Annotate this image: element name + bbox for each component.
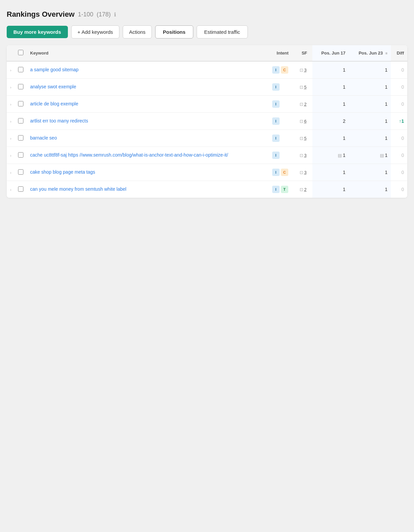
- keyword-link[interactable]: article de blog exemple: [30, 101, 78, 106]
- pos-jun17-cell: 1: [312, 61, 349, 79]
- featured-pos: ▤1: [338, 153, 345, 158]
- row-checkbox[interactable]: [18, 84, 23, 89]
- diff-cell: ↑1: [391, 113, 407, 130]
- row-checkbox[interactable]: [18, 135, 23, 141]
- sf-cell: ⊡3: [296, 61, 312, 79]
- pos-jun23-cell: 1: [349, 113, 391, 130]
- expand-chevron[interactable]: ›: [10, 102, 11, 106]
- header-range: 1-100: [78, 11, 93, 18]
- intent-cell: I: [269, 113, 297, 130]
- intent-col-header: Intent: [269, 45, 297, 61]
- buy-keywords-button[interactable]: Buy more keywords: [7, 26, 68, 38]
- row-checkbox[interactable]: [18, 101, 23, 106]
- sf-cell: ⊡5: [296, 79, 312, 96]
- intent-badge-i: I: [272, 135, 280, 142]
- pos-jun17-cell: 1: [312, 96, 349, 113]
- intent-badge-i: I: [272, 117, 280, 125]
- pos-jun17-cell: 1: [312, 181, 349, 198]
- sf-count[interactable]: 3: [304, 68, 306, 73]
- diff-cell: 0: [391, 61, 407, 79]
- keyword-link[interactable]: cache uc8ttf8f-saj https //www.semrush.c…: [30, 152, 228, 158]
- sf-cell: ⊡2: [296, 181, 312, 198]
- sort-icon: ≡: [385, 51, 387, 55]
- table-row: ›artlist err too many redirectsI⊡621↑1: [7, 113, 407, 130]
- expand-chevron[interactable]: ›: [10, 171, 11, 175]
- diff-neutral: 0: [401, 170, 404, 175]
- intent-badge-i: I: [272, 186, 280, 193]
- sf-count[interactable]: 2: [304, 102, 306, 107]
- diff-cell: 0: [391, 164, 407, 181]
- diff-neutral: 0: [401, 101, 404, 107]
- actions-button[interactable]: Actions: [123, 25, 152, 38]
- select-all-checkbox[interactable]: [18, 50, 23, 55]
- keyword-cell: article de blog exemple: [27, 96, 269, 113]
- sf-icon: ⊡: [300, 187, 303, 192]
- intent-badge-i: I: [272, 66, 280, 74]
- sf-count[interactable]: 2: [304, 187, 306, 192]
- intent-cell: I: [269, 147, 297, 164]
- row-checkbox[interactable]: [18, 118, 23, 123]
- keyword-link[interactable]: barnacle seo: [30, 135, 57, 141]
- sf-count[interactable]: 3: [304, 153, 306, 158]
- sf-count[interactable]: 3: [304, 170, 306, 175]
- sf-count[interactable]: 5: [304, 85, 306, 90]
- expand-chevron[interactable]: ›: [10, 154, 11, 158]
- pos-jun17-col-header: Pos. Jun 17: [312, 45, 349, 61]
- keyword-cell: barnacle seo: [27, 130, 269, 147]
- expand-chevron[interactable]: ›: [10, 68, 11, 72]
- sf-cell: ⊡2: [296, 96, 312, 113]
- pos-jun23-col-header[interactable]: Pos. Jun 23 ≡: [349, 45, 391, 61]
- expand-chevron[interactable]: ›: [10, 119, 11, 123]
- expand-chevron[interactable]: ›: [10, 188, 11, 192]
- keyword-cell: a sample good sitemap: [27, 61, 269, 79]
- pos-jun17-cell: 2: [312, 113, 349, 130]
- pos-jun23-cell: ▤1: [349, 147, 391, 164]
- positions-tab[interactable]: Positions: [155, 25, 193, 38]
- row-checkbox[interactable]: [18, 169, 23, 175]
- sf-cell: ⊡5: [296, 130, 312, 147]
- intent-cell: IC: [269, 61, 297, 79]
- featured-icon: ▤: [338, 153, 342, 158]
- featured-icon: ▤: [380, 153, 384, 158]
- keyword-link[interactable]: a sample good sitemap: [30, 67, 79, 72]
- pos-jun23-cell: 1: [349, 130, 391, 147]
- diff-neutral: 0: [401, 67, 404, 73]
- sf-count[interactable]: 5: [304, 136, 306, 141]
- row-checkbox[interactable]: [18, 186, 23, 192]
- pos-jun17-cell: 1: [312, 164, 349, 181]
- page-title: Rankings Overview: [7, 10, 75, 19]
- featured-pos: ▤1: [380, 153, 388, 158]
- pos-jun17-cell: 1: [312, 130, 349, 147]
- intent-badge-c: C: [281, 66, 288, 74]
- estimated-traffic-tab[interactable]: Estimated traffic: [197, 25, 248, 38]
- sf-icon: ⊡: [300, 153, 303, 158]
- sf-icon: ⊡: [300, 170, 303, 175]
- sf-icon: ⊡: [300, 85, 303, 90]
- add-keywords-button[interactable]: + Add keywords: [71, 25, 119, 38]
- diff-cell: 0: [391, 79, 407, 96]
- keyword-link[interactable]: can you mele money from semtush white la…: [30, 186, 126, 192]
- keyword-link[interactable]: analyse swot exemple: [30, 84, 76, 89]
- row-checkbox[interactable]: [18, 67, 23, 72]
- info-icon[interactable]: ℹ: [114, 11, 116, 18]
- diff-cell: 0: [391, 96, 407, 113]
- table-row: ›barnacle seoI⊡5110: [7, 130, 407, 147]
- header: Rankings Overview 1-100 (178) ℹ: [7, 7, 407, 25]
- intent-badge-i: I: [272, 100, 280, 108]
- intent-badge-c: C: [281, 169, 288, 176]
- keyword-link[interactable]: artlist err too many redirects: [30, 118, 88, 123]
- sf-col-header: SF: [296, 45, 312, 61]
- page-container: Rankings Overview 1-100 (178) ℹ Buy more…: [0, 0, 414, 532]
- expand-chevron[interactable]: ›: [10, 85, 11, 89]
- diff-neutral: 0: [401, 136, 404, 141]
- table-header-row: Keyword Intent SF Pos. Jun 17 Pos. Jun 2…: [7, 45, 407, 61]
- keyword-cell: can you mele money from semtush white la…: [27, 181, 269, 198]
- row-checkbox[interactable]: [18, 152, 23, 158]
- pos-jun23-cell: 1: [349, 61, 391, 79]
- keyword-link[interactable]: cake shop blog page meta tags: [30, 169, 95, 175]
- intent-badge-i: I: [272, 169, 280, 176]
- intent-badge-t: T: [281, 186, 288, 193]
- rankings-table-wrapper: Keyword Intent SF Pos. Jun 17 Pos. Jun 2…: [7, 45, 407, 198]
- expand-chevron[interactable]: ›: [10, 137, 11, 141]
- sf-count[interactable]: 6: [304, 119, 306, 124]
